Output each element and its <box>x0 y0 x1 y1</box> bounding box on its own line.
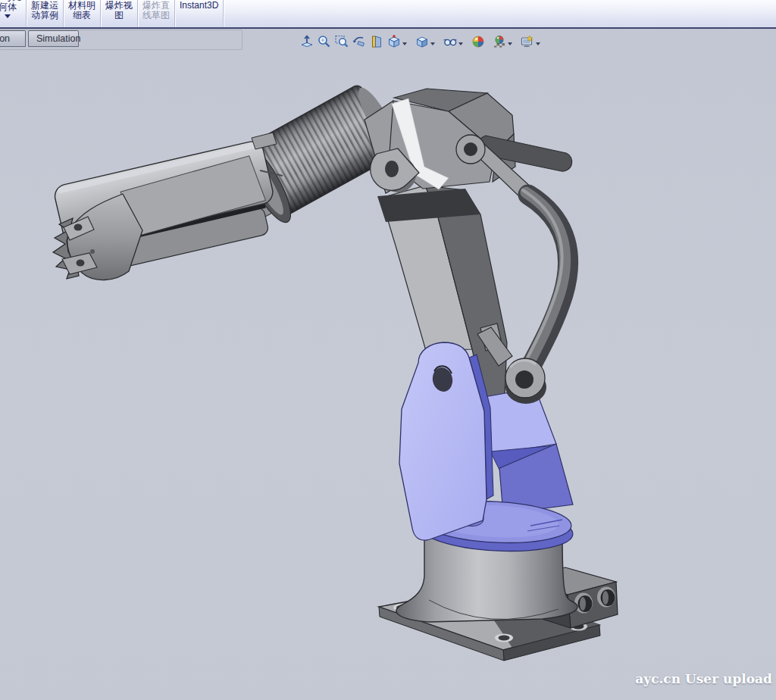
edit-appearance-icon[interactable] <box>471 34 486 49</box>
dropdown-arrow-icon[interactable] <box>508 42 512 45</box>
heads-up-view-toolbar <box>298 33 543 50</box>
command-button-instant3d[interactable]: Instant3D <box>175 0 224 27</box>
section-view-icon[interactable] <box>369 34 384 49</box>
3d-drawing-view-icon[interactable] <box>299 34 314 49</box>
shoulder-bracket[interactable] <box>399 342 493 540</box>
tab-simulation[interactable]: Simulation <box>28 30 79 47</box>
hide-show-items-icon[interactable] <box>443 34 458 49</box>
command-button-new-motion-study[interactable]: 新建运 动算例 <box>27 0 64 27</box>
command-button-bill-of-materials[interactable]: 材料明 细表 <box>64 0 101 27</box>
zoom-to-area-icon[interactable] <box>334 34 349 49</box>
command-button-explode-line-sketch[interactable]: 爆炸直 线草图 <box>138 0 175 27</box>
zoom-to-fit-icon[interactable] <box>317 34 332 49</box>
dropdown-arrow-icon[interactable] <box>402 42 407 45</box>
dropdown-arrow-icon[interactable] <box>458 42 463 45</box>
command-bar: 参考几 何体 新建运 动算例 材料明 细表 爆炸视 图 爆炸直 线草图 Inst… <box>0 0 776 29</box>
graphics-viewport[interactable] <box>0 27 776 700</box>
view-settings-icon[interactable] <box>520 34 535 49</box>
view-orientation-icon[interactable] <box>386 34 402 49</box>
watermark: ayc.cn User upload <box>635 671 772 686</box>
command-bar-spacer <box>224 0 776 27</box>
command-button-reference-geometry[interactable]: 参考几 何体 <box>0 0 27 27</box>
tab-animation[interactable]: ation <box>0 30 26 47</box>
previous-view-icon[interactable] <box>352 34 367 49</box>
dropdown-arrow-icon[interactable] <box>5 14 11 18</box>
dropdown-arrow-icon[interactable] <box>536 42 540 45</box>
display-style-icon[interactable] <box>415 34 430 49</box>
dropdown-arrow-icon[interactable] <box>430 42 435 45</box>
robot-arm-model[interactable] <box>0 27 776 700</box>
apply-scene-icon[interactable] <box>492 34 507 49</box>
command-button-exploded-view[interactable]: 爆炸视 图 <box>101 0 138 27</box>
